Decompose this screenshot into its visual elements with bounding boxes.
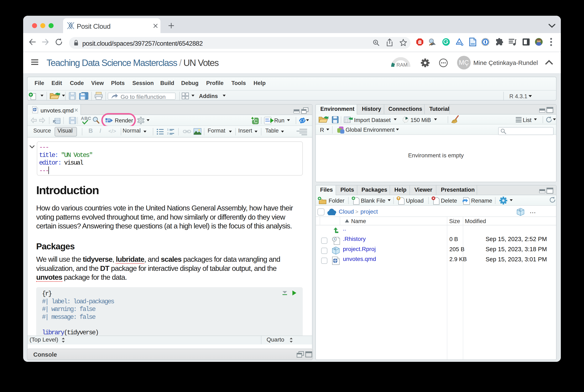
svg-text:ax: ax <box>458 41 461 44</box>
svg-text:RAM: RAM <box>396 62 408 68</box>
svg-text:1: 1 <box>167 128 168 131</box>
svg-text:R: R <box>519 209 521 212</box>
svg-text:2: 2 <box>167 132 168 135</box>
svg-text:R: R <box>334 247 336 250</box>
svg-text:C: C <box>254 118 258 124</box>
